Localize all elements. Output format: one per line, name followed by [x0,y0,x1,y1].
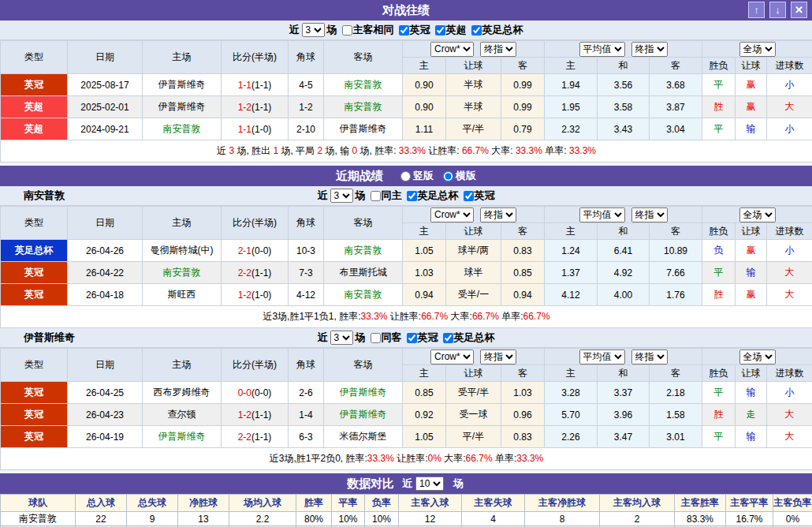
match-row: 英冠26-04-23查尔顿1-2(1-1)1-4伊普斯维奇0.92受一球0.96… [1,404,812,426]
matches-label: 场 [356,189,366,203]
match-row: 英超2024-09-21南安普敦1-1(1-0)2-10伊普斯维奇1.11平/半… [1,118,812,140]
h2h-title: 对战往绩 [382,3,430,18]
match-row: 英冠26-04-18斯旺西1-2(1-0)4-12南安普敦0.94受半/一0.9… [1,284,812,306]
comparison-cell: 22 [76,512,127,526]
window-buttons: ↑ ↓ ✕ [743,2,807,18]
h2h-count-select[interactable]: 3 [302,23,325,37]
result-goals: 大 [767,262,812,284]
table-header-row: 类型日期主场比分(半场)角球客场Crow*终指平均值终指全场 [1,207,812,223]
home-team: 斯旺西 [143,284,222,306]
away-team: 伊普斯维奇 [324,118,403,140]
odds-away: 1.03 [501,382,545,404]
compare-count-select[interactable]: 10 [415,477,444,491]
scope-select[interactable]: 全场 [739,42,776,57]
avg-home: 2.32 [545,118,598,140]
result-goals: 小 [767,240,812,262]
sub-column-header: 客 [501,223,545,240]
sub-column-header: 胜负 [702,365,736,382]
avg-value-select[interactable]: 平均值 [579,42,625,57]
result-handicap: 赢 [736,284,767,306]
filter-checkbox-label: 英足总杯 [482,23,523,37]
score: 2-2(1-1) [222,426,289,448]
away-team: 伊普斯维奇 [324,404,403,426]
filter-checkbox[interactable] [443,333,453,343]
layout-radio[interactable] [443,171,453,181]
filter-checkbox[interactable] [342,25,352,36]
filter-checkbox[interactable] [371,333,381,343]
final-odds-select[interactable]: 终指 [480,42,516,57]
home-team: 曼彻斯特城(中) [143,240,222,262]
summary-segment: 让胜率: [426,145,462,156]
sub-column-header: 胜负 [702,58,736,74]
comparison-cell: 16.7% [726,512,773,526]
layout-radio-label: 竖版 [413,169,434,183]
result-outcome: 平 [702,262,736,284]
column-header: 主场 [143,207,222,240]
close-icon[interactable]: ✕ [791,2,807,18]
filter-checkbox[interactable] [471,25,482,36]
final-odds-select[interactable]: 终指 [480,349,516,364]
team1-filterbar: 南安普敦 近3场同主英足总杯英冠 [0,186,812,206]
score: 1-2(1-1) [222,96,289,118]
avg-final-select[interactable]: 终指 [631,42,668,57]
comparison-cell: 4 [462,512,525,526]
comparison-title: 数据对比 [347,477,394,491]
home-team: 南安普敦 [143,118,222,140]
avg-final-select[interactable]: 终指 [631,349,668,364]
filter-checkbox[interactable] [407,333,417,343]
comparison-row: 南安普敦229132.280%10%10%1248283.3%16.7%0% [1,512,812,526]
sub-column-header: 进球数 [767,58,812,74]
odds-company-select[interactable]: Crow* [430,42,474,57]
odds-company-select[interactable]: Crow* [430,207,474,222]
filter-checkbox[interactable] [399,25,409,36]
sub-column-header: 主 [403,223,446,240]
away-team: 布里斯托城 [324,262,403,284]
final-odds-select[interactable]: 终指 [480,207,516,222]
match-row: 英冠26-04-19伊普斯维奇2-2(1-1)6-3米德尔斯堡1.05平/半0.… [1,426,812,448]
filter-checkbox[interactable] [464,191,474,201]
scope-select[interactable]: 全场 [739,349,776,364]
handicap-line: 受平/半 [446,382,501,404]
odds-company-select[interactable]: Crow* [430,349,474,364]
scope-select[interactable]: 全场 [739,207,776,222]
avg-group-header: 平均值终指 [545,207,702,223]
odds-home: 1.05 [403,240,446,262]
team-count-select[interactable]: 3 [330,189,353,203]
team-count-select[interactable]: 3 [330,331,353,345]
filter-checkbox[interactable] [407,191,417,201]
corners: 2-6 [289,382,324,404]
comparison-table-wrap: 球队总入球总失球净胜球场均入球胜率平率负率主客入球主客失球主客净胜球主客均入球主… [0,494,812,527]
result-handicap: 输 [736,426,767,448]
full-time-score: 1-2 [238,290,251,301]
avg-value-select[interactable]: 平均值 [579,349,625,364]
comparison-header-cell: 主客失球 [462,495,525,512]
move-up-icon[interactable]: ↑ [748,2,765,18]
summary-row: 近3场,胜1平1负1, 胜率:33.3% 让胜率:66.7% 大率:66.7% … [1,306,812,328]
summary-segment: 单率: [542,145,569,156]
result-outcome: 胜 [702,284,736,306]
h2h-table-wrap: 类型日期主场比分(半场)角球客场Crow*终指平均值终指全场主让球客主和客胜负让… [0,40,812,163]
comparison-header-cell: 主客负率 [773,495,812,512]
filter-checkbox[interactable] [371,191,381,201]
odds-home: 0.90 [403,74,446,96]
avg-draw: 3.43 [598,118,650,140]
move-down-icon[interactable]: ↓ [769,2,786,18]
match-date: 2025-02-01 [68,96,143,118]
sub-column-header: 让球 [446,58,501,74]
summary-segment: 33.3% [569,145,596,156]
layout-radio[interactable] [400,171,411,181]
comparison-cell: 10% [365,512,399,526]
corners: 6-3 [289,426,324,448]
avg-final-select[interactable]: 终指 [631,207,668,222]
summary-segment: 近3场,胜1平2负0, 胜率: [270,453,367,464]
avg-away: 3.87 [650,96,702,118]
avg-draw: 4.00 [598,284,650,306]
avg-value-select[interactable]: 平均值 [579,207,625,222]
summary-segment: 大率: [489,145,516,156]
column-header: 日期 [68,349,143,382]
sub-column-header: 主 [545,365,598,382]
match-date: 26-04-26 [68,240,143,262]
filter-checkbox[interactable] [435,25,445,36]
avg-home: 4.12 [545,284,598,306]
score: 2-2(1-1) [222,262,289,284]
